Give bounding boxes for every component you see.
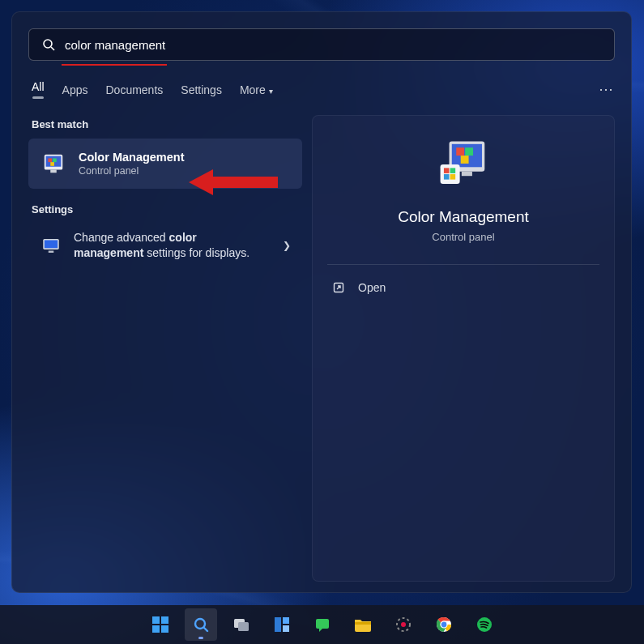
color-management-icon: [40, 150, 67, 177]
svg-rect-26: [152, 625, 160, 633]
start-search-panel: All Apps Documents Settings More▾ ⋯ Best…: [11, 11, 632, 593]
annotation-underline: [62, 64, 167, 66]
svg-rect-31: [238, 622, 249, 631]
chrome-button[interactable]: [428, 608, 460, 641]
more-options-button[interactable]: ⋯: [599, 80, 615, 98]
svg-rect-4: [48, 158, 52, 162]
svg-rect-20: [444, 174, 450, 180]
app-circle-button[interactable]: [387, 608, 420, 641]
result-subtitle: Control panel: [79, 165, 185, 177]
svg-rect-6: [50, 162, 54, 166]
open-button[interactable]: Open: [332, 281, 386, 294]
chevron-right-icon: ❯: [283, 240, 291, 251]
search-icon: [42, 38, 55, 51]
settings-item-text-prefix: Change advanced: [74, 231, 169, 244]
settings-result-advanced-color[interactable]: Change advanced color management setting…: [28, 224, 302, 267]
svg-rect-19: [450, 168, 456, 173]
file-explorer-button[interactable]: [347, 608, 379, 641]
best-match-label: Best match: [32, 118, 302, 130]
svg-point-39: [401, 622, 406, 627]
search-button[interactable]: [185, 608, 217, 641]
task-view-button[interactable]: [225, 608, 258, 641]
svg-rect-27: [161, 625, 168, 633]
svg-rect-32: [275, 617, 281, 632]
detail-subtitle: Control panel: [432, 231, 494, 243]
detail-title: Color Management: [398, 208, 529, 226]
svg-line-29: [204, 628, 207, 631]
results-column: Best match Color Management Control pane…: [28, 115, 302, 582]
open-external-icon: [332, 281, 345, 294]
svg-rect-33: [283, 617, 289, 624]
svg-marker-36: [319, 628, 323, 632]
widgets-button[interactable]: [266, 608, 298, 641]
taskbar: [0, 605, 644, 644]
svg-rect-5: [53, 158, 57, 162]
svg-rect-7: [50, 170, 57, 173]
detail-divider: [327, 264, 599, 265]
svg-rect-15: [461, 156, 469, 164]
settings-section-label: Settings: [32, 203, 302, 215]
svg-rect-34: [283, 625, 289, 632]
svg-rect-18: [444, 168, 450, 173]
chat-button[interactable]: [306, 608, 339, 641]
display-settings-icon: [40, 234, 62, 257]
svg-rect-14: [465, 147, 473, 156]
svg-line-1: [51, 47, 54, 50]
search-box[interactable]: [28, 28, 615, 61]
detail-pane: Color Management Control panel Open: [312, 115, 615, 582]
result-color-management[interactable]: Color Management Control panel: [28, 139, 302, 189]
tab-all[interactable]: All: [32, 80, 45, 99]
spotify-button[interactable]: [468, 608, 501, 641]
search-input[interactable]: [65, 38, 601, 52]
open-label: Open: [358, 281, 386, 294]
svg-point-0: [44, 40, 52, 48]
tab-settings[interactable]: Settings: [181, 83, 222, 96]
detail-app-icon: [434, 135, 493, 194]
svg-rect-13: [456, 147, 464, 156]
settings-item-text-suffix: settings for displays.: [143, 246, 249, 259]
tab-more[interactable]: More▾: [240, 83, 273, 96]
svg-rect-10: [49, 250, 54, 252]
svg-rect-16: [462, 172, 472, 176]
svg-rect-35: [316, 619, 329, 629]
chevron-down-icon: ▾: [269, 87, 273, 96]
tab-documents[interactable]: Documents: [105, 83, 163, 96]
filter-tabs: All Apps Documents Settings More▾ ⋯: [32, 80, 615, 99]
svg-rect-24: [152, 616, 160, 624]
tab-apps[interactable]: Apps: [62, 83, 88, 96]
svg-rect-25: [161, 616, 168, 624]
svg-rect-9: [45, 240, 58, 248]
start-button[interactable]: [144, 608, 177, 641]
svg-rect-37: [355, 622, 371, 625]
svg-rect-21: [450, 174, 456, 180]
result-title: Color Management: [79, 151, 185, 164]
